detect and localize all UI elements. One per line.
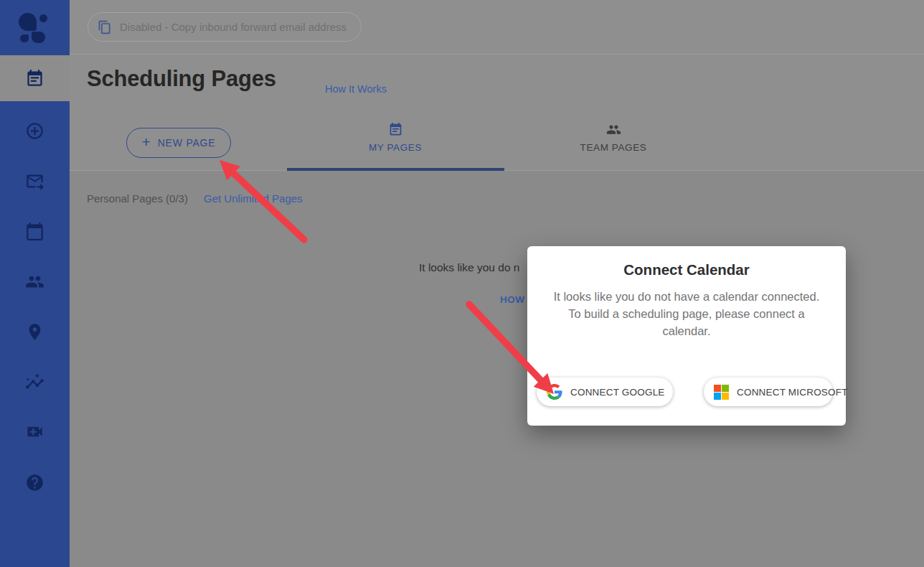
connect-calendar-modal: Connect Calendar It looks like you do no… (527, 246, 846, 426)
tab-team-pages-label: TEAM PAGES (580, 142, 647, 153)
plus-icon: + (142, 133, 151, 151)
help-icon (25, 473, 44, 492)
sidebar-item-inbound-email[interactable] (0, 158, 70, 204)
sidebar-item-scheduling-pages[interactable] (0, 55, 70, 101)
connect-microsoft-button[interactable]: CONNECT MICROSOFT (704, 378, 833, 406)
microsoft-logo-icon (714, 385, 729, 400)
video-call-icon (25, 422, 44, 441)
copy-inbound-email-label: Disabled - Copy inbound forward email ad… (120, 21, 346, 33)
people-icon (25, 272, 44, 291)
modal-body-text: It looks like you do not have a calendar… (547, 288, 826, 339)
get-unlimited-pages-link[interactable]: Get Unlimited Pages (204, 192, 303, 205)
page-header: Scheduling Pages How It Works (70, 55, 924, 112)
location-pin-icon (25, 322, 44, 342)
tab-my-pages-label: MY PAGES (369, 142, 422, 153)
calendar-note-icon (388, 122, 403, 137)
sidebar-item-create-new[interactable] (0, 108, 70, 154)
connect-microsoft-label: CONNECT MICROSOFT (737, 387, 848, 398)
how-it-works-link[interactable]: How It Works (325, 83, 387, 95)
tab-my-pages[interactable]: MY PAGES (316, 122, 474, 153)
top-bar: Disabled - Copy inbound forward email ad… (70, 0, 924, 55)
modal-title: Connect Calendar (527, 246, 846, 278)
how-to-link[interactable]: HOW (500, 294, 525, 305)
sidebar-item-analytics[interactable] (0, 359, 70, 405)
empty-state-text: It looks like you do n (419, 261, 519, 274)
insights-icon (25, 372, 44, 392)
personal-pages-count: Personal Pages (0/3) (87, 192, 188, 205)
people-icon (606, 122, 621, 137)
connect-google-label: CONNECT GOOGLE (570, 387, 665, 398)
calendar-icon (25, 222, 44, 241)
sidebar-item-video-conferencing[interactable] (0, 408, 70, 454)
sidebar (0, 0, 70, 567)
forward-mail-icon (25, 172, 44, 191)
copy-icon (98, 20, 112, 34)
tab-row: + NEW PAGE MY PAGES TEAM PAGES (70, 112, 924, 171)
copy-inbound-email-button[interactable]: Disabled - Copy inbound forward email ad… (88, 12, 362, 42)
add-circle-icon (25, 121, 44, 141)
sidebar-item-calendar[interactable] (0, 208, 70, 254)
oncehub-logo (17, 11, 50, 44)
new-page-button[interactable]: + NEW PAGE (126, 128, 231, 158)
google-logo-icon (547, 384, 562, 400)
sidebar-item-locations[interactable] (0, 309, 70, 355)
sidebar-item-contacts[interactable] (0, 258, 70, 304)
calendar-note-icon (25, 69, 44, 88)
scheduling-app-window: Disabled - Copy inbound forward email ad… (0, 0, 924, 567)
sidebar-item-help[interactable] (0, 459, 70, 505)
new-page-label: NEW PAGE (158, 137, 216, 149)
tab-team-pages[interactable]: TEAM PAGES (534, 122, 692, 153)
connect-google-button[interactable]: CONNECT GOOGLE (537, 378, 673, 406)
page-title: Scheduling Pages (87, 66, 276, 92)
